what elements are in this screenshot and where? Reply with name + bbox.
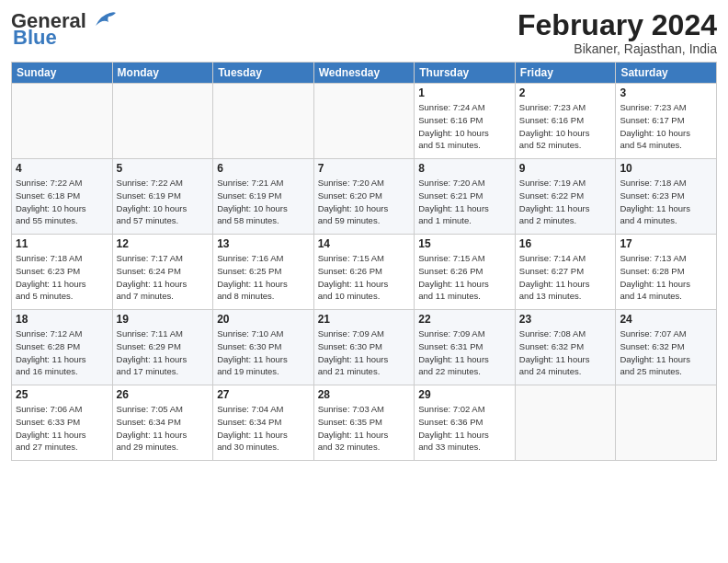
calendar-cell: 11Sunrise: 7:18 AM Sunset: 6:23 PM Dayli… bbox=[12, 235, 113, 310]
day-info: Sunrise: 7:02 AM Sunset: 6:36 PM Dayligh… bbox=[418, 403, 511, 454]
day-number: 25 bbox=[16, 388, 108, 401]
calendar-cell: 16Sunrise: 7:14 AM Sunset: 6:27 PM Dayli… bbox=[515, 235, 616, 310]
day-info: Sunrise: 7:15 AM Sunset: 6:26 PM Dayligh… bbox=[318, 252, 411, 303]
day-info: Sunrise: 7:05 AM Sunset: 6:34 PM Dayligh… bbox=[117, 403, 210, 454]
calendar-cell: 17Sunrise: 7:13 AM Sunset: 6:28 PM Dayli… bbox=[616, 235, 717, 310]
calendar-cell: 3Sunrise: 7:23 AM Sunset: 6:17 PM Daylig… bbox=[616, 84, 717, 159]
calendar-cell bbox=[112, 84, 213, 159]
day-info: Sunrise: 7:10 AM Sunset: 6:30 PM Dayligh… bbox=[217, 327, 310, 378]
day-number: 26 bbox=[117, 388, 210, 401]
calendar-cell bbox=[12, 84, 113, 159]
day-number: 22 bbox=[418, 313, 511, 326]
day-number: 21 bbox=[318, 313, 411, 326]
day-number: 10 bbox=[620, 162, 712, 175]
col-tuesday: Tuesday bbox=[213, 63, 314, 84]
day-info: Sunrise: 7:16 AM Sunset: 6:25 PM Dayligh… bbox=[217, 252, 310, 303]
calendar-cell: 2Sunrise: 7:23 AM Sunset: 6:16 PM Daylig… bbox=[515, 84, 616, 159]
day-number: 11 bbox=[16, 237, 108, 250]
calendar-cell bbox=[313, 84, 415, 159]
day-number: 4 bbox=[16, 162, 108, 175]
page: General Blue February 2024 Bikaner, Raja… bbox=[0, 0, 728, 563]
col-wednesday: Wednesday bbox=[313, 63, 415, 84]
day-info: Sunrise: 7:03 AM Sunset: 6:35 PM Dayligh… bbox=[318, 403, 411, 454]
day-number: 24 bbox=[620, 313, 712, 326]
day-number: 15 bbox=[418, 237, 511, 250]
day-info: Sunrise: 7:24 AM Sunset: 6:16 PM Dayligh… bbox=[418, 101, 511, 152]
day-number: 14 bbox=[318, 237, 411, 250]
day-info: Sunrise: 7:22 AM Sunset: 6:18 PM Dayligh… bbox=[16, 177, 108, 227]
calendar-cell: 20Sunrise: 7:10 AM Sunset: 6:30 PM Dayli… bbox=[213, 310, 314, 385]
calendar-cell: 19Sunrise: 7:11 AM Sunset: 6:29 PM Dayli… bbox=[112, 310, 213, 385]
day-number: 12 bbox=[117, 237, 210, 250]
day-number: 5 bbox=[117, 162, 210, 175]
col-friday: Friday bbox=[515, 63, 616, 84]
calendar-cell: 28Sunrise: 7:03 AM Sunset: 6:35 PM Dayli… bbox=[313, 385, 415, 461]
title-area: February 2024 Bikaner, Rajasthan, India bbox=[518, 9, 717, 56]
day-info: Sunrise: 7:11 AM Sunset: 6:29 PM Dayligh… bbox=[117, 327, 210, 378]
location: Bikaner, Rajasthan, India bbox=[518, 41, 717, 56]
day-info: Sunrise: 7:22 AM Sunset: 6:19 PM Dayligh… bbox=[117, 177, 210, 227]
calendar-cell bbox=[616, 385, 717, 461]
calendar-cell: 4Sunrise: 7:22 AM Sunset: 6:18 PM Daylig… bbox=[12, 159, 113, 235]
header: General Blue February 2024 Bikaner, Raja… bbox=[11, 9, 717, 56]
calendar-cell: 13Sunrise: 7:16 AM Sunset: 6:25 PM Dayli… bbox=[213, 235, 314, 310]
calendar-cell: 5Sunrise: 7:22 AM Sunset: 6:19 PM Daylig… bbox=[112, 159, 213, 235]
col-monday: Monday bbox=[112, 63, 213, 84]
day-info: Sunrise: 7:18 AM Sunset: 6:23 PM Dayligh… bbox=[620, 177, 712, 227]
day-info: Sunrise: 7:19 AM Sunset: 6:22 PM Dayligh… bbox=[519, 177, 612, 227]
calendar-cell: 25Sunrise: 7:06 AM Sunset: 6:33 PM Dayli… bbox=[12, 385, 113, 461]
col-saturday: Saturday bbox=[616, 63, 717, 84]
calendar-cell bbox=[515, 385, 616, 461]
day-number: 20 bbox=[217, 313, 310, 326]
calendar-cell: 9Sunrise: 7:19 AM Sunset: 6:22 PM Daylig… bbox=[515, 159, 616, 235]
day-number: 27 bbox=[217, 388, 310, 401]
day-number: 16 bbox=[519, 237, 612, 250]
day-number: 2 bbox=[519, 86, 612, 99]
calendar-week-4: 18Sunrise: 7:12 AM Sunset: 6:28 PM Dayli… bbox=[12, 310, 717, 385]
calendar-week-3: 11Sunrise: 7:18 AM Sunset: 6:23 PM Dayli… bbox=[12, 235, 717, 310]
calendar-cell: 8Sunrise: 7:20 AM Sunset: 6:21 PM Daylig… bbox=[415, 159, 516, 235]
calendar-table: Sunday Monday Tuesday Wednesday Thursday… bbox=[11, 62, 717, 461]
day-info: Sunrise: 7:20 AM Sunset: 6:21 PM Dayligh… bbox=[418, 177, 511, 227]
day-info: Sunrise: 7:04 AM Sunset: 6:34 PM Dayligh… bbox=[217, 403, 310, 454]
day-info: Sunrise: 7:23 AM Sunset: 6:16 PM Dayligh… bbox=[519, 101, 612, 152]
day-info: Sunrise: 7:18 AM Sunset: 6:23 PM Dayligh… bbox=[16, 252, 108, 303]
calendar-week-5: 25Sunrise: 7:06 AM Sunset: 6:33 PM Dayli… bbox=[12, 385, 717, 461]
calendar-cell: 29Sunrise: 7:02 AM Sunset: 6:36 PM Dayli… bbox=[415, 385, 516, 461]
day-info: Sunrise: 7:09 AM Sunset: 6:31 PM Dayligh… bbox=[418, 327, 511, 378]
day-info: Sunrise: 7:15 AM Sunset: 6:26 PM Dayligh… bbox=[418, 252, 511, 303]
calendar-week-2: 4Sunrise: 7:22 AM Sunset: 6:18 PM Daylig… bbox=[12, 159, 717, 235]
calendar-cell: 27Sunrise: 7:04 AM Sunset: 6:34 PM Dayli… bbox=[213, 385, 314, 461]
calendar-cell: 15Sunrise: 7:15 AM Sunset: 6:26 PM Dayli… bbox=[415, 235, 516, 310]
calendar-cell: 18Sunrise: 7:12 AM Sunset: 6:28 PM Dayli… bbox=[12, 310, 113, 385]
calendar-cell bbox=[213, 84, 314, 159]
day-number: 29 bbox=[418, 388, 511, 401]
day-info: Sunrise: 7:12 AM Sunset: 6:28 PM Dayligh… bbox=[16, 327, 108, 378]
day-number: 1 bbox=[418, 86, 511, 99]
day-info: Sunrise: 7:14 AM Sunset: 6:27 PM Dayligh… bbox=[519, 252, 612, 303]
calendar-cell: 7Sunrise: 7:20 AM Sunset: 6:20 PM Daylig… bbox=[313, 159, 415, 235]
day-info: Sunrise: 7:07 AM Sunset: 6:32 PM Dayligh… bbox=[620, 327, 712, 378]
calendar-cell: 23Sunrise: 7:08 AM Sunset: 6:32 PM Dayli… bbox=[515, 310, 616, 385]
day-info: Sunrise: 7:20 AM Sunset: 6:20 PM Dayligh… bbox=[318, 177, 411, 227]
day-info: Sunrise: 7:08 AM Sunset: 6:32 PM Dayligh… bbox=[519, 327, 612, 378]
logo-blue: Blue bbox=[13, 26, 57, 50]
day-info: Sunrise: 7:21 AM Sunset: 6:19 PM Dayligh… bbox=[217, 177, 310, 227]
day-number: 18 bbox=[16, 313, 108, 326]
day-number: 9 bbox=[519, 162, 612, 175]
day-number: 19 bbox=[117, 313, 210, 326]
day-info: Sunrise: 7:13 AM Sunset: 6:28 PM Dayligh… bbox=[620, 252, 712, 303]
day-info: Sunrise: 7:23 AM Sunset: 6:17 PM Dayligh… bbox=[620, 101, 712, 152]
calendar-cell: 14Sunrise: 7:15 AM Sunset: 6:26 PM Dayli… bbox=[313, 235, 415, 310]
day-number: 8 bbox=[418, 162, 511, 175]
month-year: February 2024 bbox=[518, 9, 717, 41]
calendar-cell: 6Sunrise: 7:21 AM Sunset: 6:19 PM Daylig… bbox=[213, 159, 314, 235]
calendar-cell: 24Sunrise: 7:07 AM Sunset: 6:32 PM Dayli… bbox=[616, 310, 717, 385]
calendar-header-row: Sunday Monday Tuesday Wednesday Thursday… bbox=[12, 63, 717, 84]
calendar-cell: 10Sunrise: 7:18 AM Sunset: 6:23 PM Dayli… bbox=[616, 159, 717, 235]
calendar-cell: 22Sunrise: 7:09 AM Sunset: 6:31 PM Dayli… bbox=[415, 310, 516, 385]
calendar-cell: 21Sunrise: 7:09 AM Sunset: 6:30 PM Dayli… bbox=[313, 310, 415, 385]
day-number: 13 bbox=[217, 237, 310, 250]
col-sunday: Sunday bbox=[12, 63, 113, 84]
calendar-cell: 12Sunrise: 7:17 AM Sunset: 6:24 PM Dayli… bbox=[112, 235, 213, 310]
